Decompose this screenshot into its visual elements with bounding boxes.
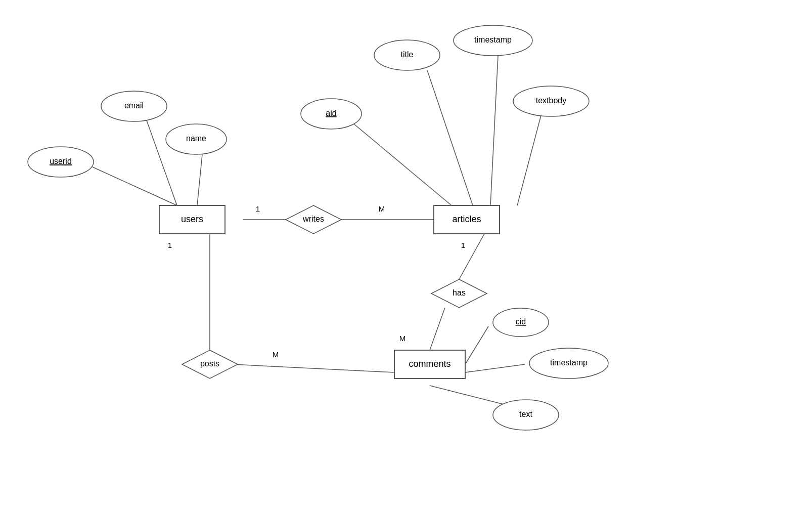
- relation-writes-label: writes: [302, 215, 324, 223]
- line-timestamp-comments: [465, 364, 525, 372]
- cardinality-users-writes: 1: [256, 204, 260, 213]
- attr-timestamp-comments-label: timestamp: [550, 358, 588, 367]
- attr-userid-label: userid: [50, 157, 72, 165]
- entity-articles-label: articles: [452, 214, 481, 224]
- line-posts-comments: [233, 364, 394, 372]
- line-text-comments: [430, 386, 506, 405]
- relation-posts-label: posts: [200, 359, 219, 368]
- cardinality-writes-articles: M: [379, 204, 385, 213]
- line-textbody-articles: [517, 115, 541, 205]
- cardinality-articles-has: 1: [461, 241, 465, 249]
- cardinality-has-comments: M: [399, 334, 406, 343]
- line-userid-users: [93, 167, 177, 205]
- line-has-comments: [430, 308, 445, 350]
- attr-aid-label: aid: [326, 109, 336, 117]
- cardinality-users-posts: 1: [168, 241, 172, 249]
- relation-has-label: has: [453, 288, 466, 297]
- line-title-articles: [427, 70, 473, 205]
- attr-email-label: email: [124, 101, 144, 110]
- cardinality-posts-comments: M: [273, 350, 279, 359]
- entity-users-label: users: [181, 214, 203, 224]
- line-name-users: [197, 154, 202, 205]
- line-aid-articles: [354, 124, 452, 205]
- attr-timestamp-articles-label: timestamp: [474, 35, 512, 44]
- line-timestamp-articles: [490, 56, 498, 205]
- line-cid-comments: [465, 326, 488, 364]
- attr-cid-label: cid: [516, 317, 526, 326]
- attr-title-label: title: [401, 50, 414, 59]
- attr-textbody-label: textbody: [536, 96, 566, 105]
- entity-comments-label: comments: [409, 359, 450, 369]
- attr-name-label: name: [186, 134, 206, 143]
- er-diagram: userid email name aid title timestamp te…: [0, 0, 812, 505]
- attr-text-label: text: [519, 410, 532, 418]
